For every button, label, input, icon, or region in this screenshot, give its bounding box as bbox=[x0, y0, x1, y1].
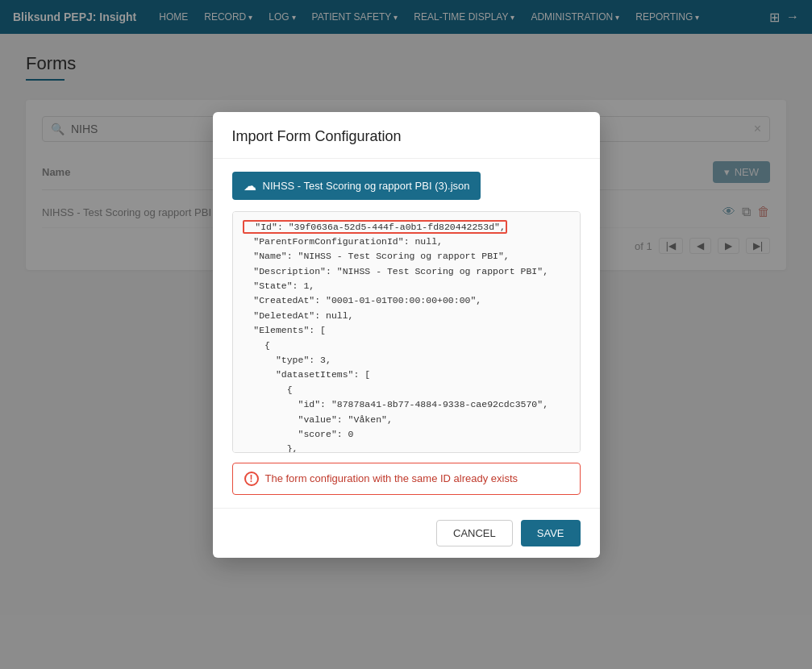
modal-title: Import Form Configuration bbox=[232, 128, 402, 144]
error-message: ! The form configuration with the same I… bbox=[232, 463, 581, 495]
cancel-button[interactable]: CANCEL bbox=[436, 520, 513, 546]
modal-body: ☁ NIHSS - Test Scoring og rapport PBI (3… bbox=[213, 159, 600, 508]
save-button[interactable]: SAVE bbox=[521, 520, 581, 546]
modal-header: Import Form Configuration bbox=[213, 112, 600, 159]
error-text: The form configuration with the same ID … bbox=[265, 472, 518, 484]
cloud-icon: ☁ bbox=[244, 178, 256, 193]
file-badge: ☁ NIHSS - Test Scoring og rapport PBI (3… bbox=[232, 172, 481, 200]
json-content-area[interactable]: "Id": "39f0636a-52d5-444f-a0b1-fd8204422… bbox=[232, 211, 581, 453]
modal-footer: CANCEL SAVE bbox=[213, 508, 600, 558]
file-name: NIHSS - Test Scoring og rapport PBI (3).… bbox=[263, 180, 470, 192]
error-icon: ! bbox=[244, 472, 259, 486]
import-modal: Import Form Configuration ☁ NIHSS - Test… bbox=[213, 112, 600, 558]
modal-overlay: Import Form Configuration ☁ NIHSS - Test… bbox=[0, 0, 812, 669]
json-id-line: "Id": "39f0636a-52d5-444f-a0b1-fd8204422… bbox=[243, 220, 507, 234]
